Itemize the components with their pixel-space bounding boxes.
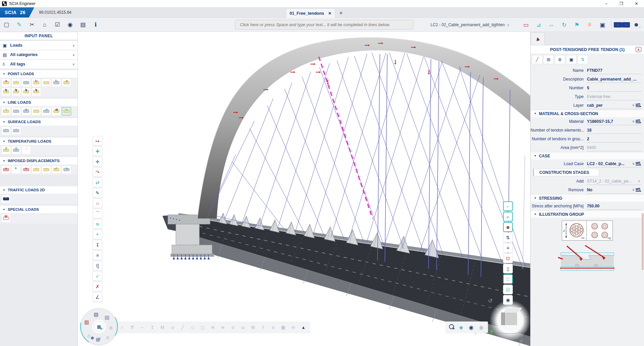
settings-sliders-icon[interactable]: [636, 188, 641, 192]
property-value-field[interactable]: ST14_2 - 02_cable_pe... ∨: [587, 178, 641, 185]
new-tab-button[interactable]: +: [339, 10, 343, 16]
close-button[interactable]: ✕: [629, 0, 644, 7]
minimize-button[interactable]: –: [599, 0, 614, 7]
section-header[interactable]: ▼TRAFFIC LOADS 2D: [0, 186, 78, 194]
tendon-geometry-icon[interactable]: ╱: [532, 55, 542, 64]
section-header[interactable]: ▼LINE LOADS: [0, 99, 78, 106]
measure-icon[interactable]: ↔: [545, 20, 558, 30]
scale-view-icon[interactable]: ▣: [596, 20, 609, 30]
property-value-field[interactable]: cab_per ∨: [587, 102, 641, 109]
grid-snap-icon[interactable]: ∷: [503, 274, 513, 284]
result-reactions-icon[interactable]: ∩: [118, 323, 126, 332]
bolt-load-group-icon[interactable]: ↯: [21, 88, 31, 96]
support-rotation-icon[interactable]: ▲: [21, 165, 31, 174]
result-3d-stress-icon[interactable]: ◇: [189, 323, 197, 332]
section-header[interactable]: ▼SPECIAL LOADS: [0, 206, 78, 213]
bolt-load-node-icon[interactable]: ↯: [1, 88, 11, 96]
section-header[interactable]: ▼SURFACE LOADS: [0, 118, 78, 126]
result-stress-icon[interactable]: ⌐: [138, 323, 146, 332]
temp-load-beam-icon[interactable]: ↥: [1, 146, 11, 154]
traffic-load-2d-icon[interactable]: ≡: [1, 195, 11, 203]
filter-tags[interactable]: ◊ All tags ∨: [0, 60, 78, 68]
view-member-alt-icon[interactable]: ⌐: [503, 212, 513, 221]
chevron-down-icon[interactable]: ∨: [632, 103, 635, 107]
spider-cube-icon[interactable]: ▧: [94, 311, 98, 317]
result-solid-icon[interactable]: ▢: [199, 323, 207, 332]
point-moment-slab-icon[interactable]: ↻: [52, 79, 61, 87]
section-header[interactable]: ▼IMPOSED DISPLACEMENTS: [0, 157, 78, 164]
result-layers-a-icon[interactable]: ≋: [209, 323, 217, 332]
refresh-icon[interactable]: ↻: [558, 20, 571, 30]
result-mask-icon[interactable]: ⊖: [289, 323, 297, 332]
spider-purple-house-icon[interactable]: ⌂: [106, 334, 109, 340]
settings-sliders-icon[interactable]: [636, 162, 641, 166]
edge-displacement-icon[interactable]: ↘: [62, 165, 71, 174]
stage-flag-icon[interactable]: ⚑: [571, 20, 583, 30]
text-scale-icon[interactable]: I]: [93, 261, 102, 270]
property-value-field[interactable]: 5: [587, 84, 641, 92]
bolt-load-surface-icon[interactable]: ↯: [32, 88, 41, 96]
visibility-icon[interactable]: ◉: [467, 323, 475, 332]
result-displacement-icon[interactable]: ⇈: [128, 323, 136, 332]
property-value-field[interactable]: 2: [587, 135, 641, 143]
wheel-center-button[interactable]: ▦: [94, 321, 104, 332]
property-section-header[interactable]: ▼ MATERIAL & CROSS-SECTION: [531, 110, 644, 117]
delete-entity-icon[interactable]: ✗: [93, 282, 102, 291]
surface-load-icon[interactable]: ∩: [1, 127, 11, 135]
new-project-icon[interactable]: ▢: [0, 20, 13, 30]
user-account-icon[interactable]: ☻: [630, 20, 643, 30]
special-load-m-icon[interactable]: M: [1, 214, 11, 223]
point-force-slab-icon[interactable]: ↓: [21, 79, 31, 87]
property-value-field[interactable]: 5400: [587, 144, 641, 151]
result-moment-m-icon[interactable]: M: [158, 323, 166, 332]
visibility-off-icon[interactable]: ◉: [477, 323, 485, 332]
result-layers-b-icon[interactable]: ≋: [219, 323, 227, 332]
traffic-lanes-icon[interactable]: ▲: [299, 323, 307, 332]
selection-frame-icon[interactable]: ▭: [519, 20, 532, 30]
arch-tool-icon[interactable]: ∩: [93, 198, 102, 208]
spider-settings-icon[interactable]: ✱: [91, 336, 94, 341]
line-force-beam-icon[interactable]: ≈: [1, 107, 11, 115]
view-member-icon[interactable]: ⌐: [503, 201, 513, 211]
beam-displacement-icon[interactable]: ↕: [32, 165, 41, 174]
model-viewport[interactable]: ↦✚✛↷⇄✎∩⌒≋⌖↧≡I]✓✗∠ ⌐⌐☻⇅≡⊡▯∷☑◉ ∩⇈⌐↥Mu╱◇▢≋≋…: [78, 32, 530, 346]
result-deformation-u-icon[interactable]: u: [168, 323, 177, 332]
result-f-icon[interactable]: f: [259, 323, 267, 332]
ucs-axes-icon[interactable]: ⊿: [532, 20, 545, 30]
support-settlement-icon[interactable]: ▲: [1, 165, 11, 174]
documentation-icon[interactable]: ▤: [77, 20, 89, 30]
edit-project-icon[interactable]: ✎: [13, 20, 26, 30]
viewport-grip-icon[interactable]: ≡: [520, 338, 524, 344]
spider-red-house-icon[interactable]: ⌂: [109, 325, 112, 330]
grid-lock-icon[interactable]: #: [583, 20, 596, 30]
stretch-view-icon[interactable]: ⇅: [503, 233, 513, 242]
result-table-icon[interactable]: ⊞: [249, 323, 257, 332]
property-value-field[interactable]: LC2 - 02_Cable_p... ∨: [587, 160, 641, 167]
result-force-icon[interactable]: ↥: [148, 323, 156, 332]
solid-view-icon[interactable]: ▣: [566, 55, 577, 64]
result-w-icon[interactable]: ω: [239, 323, 247, 332]
property-section-header[interactable]: ▼ ILLUSTRATION GROUP: [531, 210, 644, 218]
result-grid-icon[interactable]: ▦: [279, 323, 287, 332]
point-force-node-icon[interactable]: ✛: [1, 79, 11, 87]
bolt-load-beam-icon[interactable]: ↯: [11, 88, 21, 96]
line-load-projection-icon[interactable]: ⇉: [52, 107, 61, 115]
table-edit-icon[interactable]: ⊞: [543, 55, 554, 64]
wall-displacement-icon[interactable]: ►: [11, 165, 21, 174]
rotate-tendon-icon[interactable]: ↷: [93, 167, 102, 177]
tendon-properties-tab[interactable]: ▲: [531, 32, 545, 45]
line-force-edge-icon[interactable]: ≋: [21, 107, 31, 115]
move-tendon-icon[interactable]: ↦: [93, 136, 102, 146]
line-moment-edge-icon[interactable]: ↗: [42, 107, 51, 115]
line-force-slab-icon[interactable]: ↓: [11, 107, 21, 115]
eu-flag-icon[interactable]: ◌: [614, 22, 622, 28]
chevron-down-icon[interactable]: ∨: [632, 188, 635, 192]
chevron-down-icon[interactable]: ∨: [638, 179, 640, 183]
layers-icon[interactable]: ≣: [555, 55, 565, 64]
property-value-field[interactable]: No ∨: [587, 186, 641, 194]
add-tendon-icon[interactable]: ✚: [93, 146, 102, 156]
filter-loads[interactable]: ▣ Loads ∨: [0, 41, 78, 50]
property-value-field[interactable]: FTND77: [587, 67, 641, 74]
settings-sliders-icon[interactable]: [636, 119, 641, 123]
tab-close-icon[interactable]: ✕: [328, 11, 332, 16]
